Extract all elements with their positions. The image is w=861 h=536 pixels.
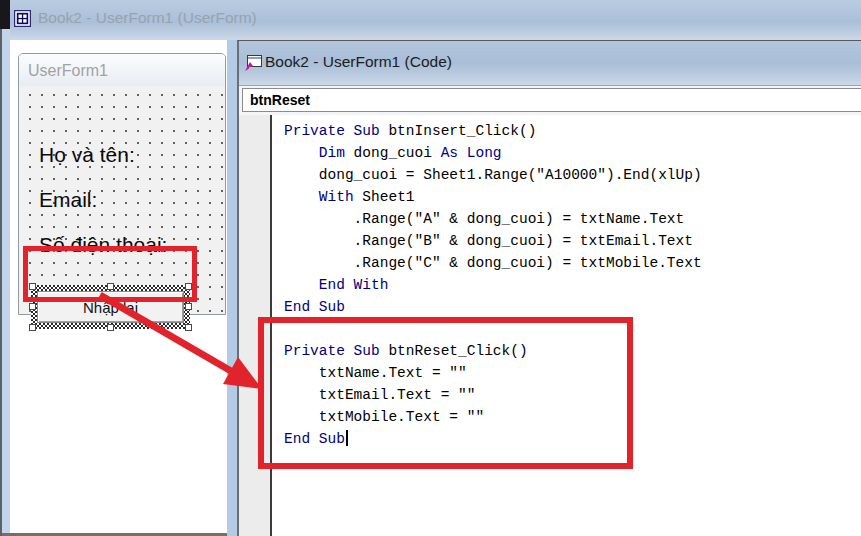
userform-title: UserForm1 [28, 62, 108, 80]
code-window-icon [243, 54, 263, 72]
designer-window-titlebar[interactable]: Book2 - UserForm1 (UserForm) [10, 0, 861, 40]
procedure-combobox[interactable]: btnReset [242, 88, 861, 112]
form-label[interactable]: Họ và tên: [39, 143, 135, 167]
designer-window-left-frame [2, 29, 10, 534]
form-label[interactable]: Email: [39, 188, 97, 212]
userform-titlebar[interactable]: UserForm1 [19, 54, 225, 86]
resize-handle[interactable] [29, 303, 36, 310]
vba-editor-screenshot: Book2 - UserForm1 (UserForm) UserForm1 H… [0, 0, 861, 536]
code-line: .Range("A" & dong_cuoi) = txtName.Text [284, 208, 861, 230]
designer-window-title: Book2 - UserForm1 (UserForm) [38, 9, 257, 27]
code-line: End Sub [284, 296, 861, 318]
code-line: .Range("B" & dong_cuoi) = txtEmail.Text [284, 230, 861, 252]
parent-window-corner-fragment [0, 0, 10, 29]
code-window-titlebar[interactable]: Book2 - UserForm1 (Code) [239, 41, 861, 86]
resize-handle[interactable] [29, 324, 36, 331]
code-line: With Sheet1 [284, 186, 861, 208]
userform-window-icon [14, 10, 31, 27]
highlight-rect-reset-button [23, 246, 197, 302]
procedure-combo-row: btnReset [239, 86, 861, 115]
code-line: Dim dong_cuoi As Long [284, 142, 861, 164]
code-line: End With [284, 274, 861, 296]
code-line: .Range("C" & dong_cuoi) = txtMobile.Text [284, 252, 861, 274]
code-window-left-frame [227, 40, 237, 536]
code-line: Private Sub btnInsert_Click() [284, 120, 861, 142]
code-line: dong_cuoi = Sheet1.Range("A10000").End(x… [284, 164, 861, 186]
resize-handle[interactable] [185, 303, 192, 310]
highlight-rect-reset-code [258, 317, 633, 469]
resize-handle[interactable] [185, 324, 192, 331]
code-window-title: Book2 - UserForm1 (Code) [265, 53, 452, 71]
resize-handle[interactable] [107, 324, 114, 331]
